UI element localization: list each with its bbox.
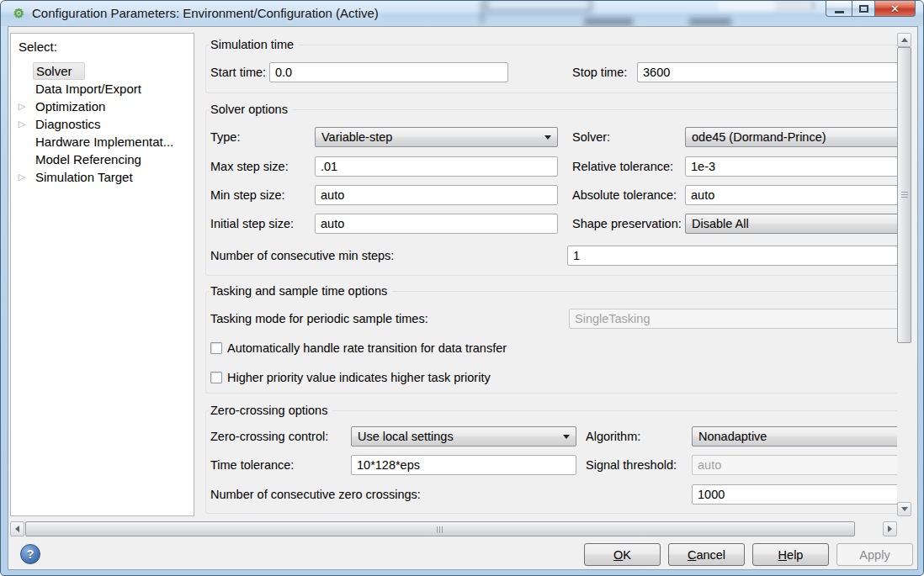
tree-item-label: Diagnostics xyxy=(35,115,101,133)
arrow-up-icon xyxy=(901,38,908,42)
sidebar-item-hardware-implementation[interactable]: Hardware Implementat... xyxy=(11,133,194,151)
solver-type-value: Variable-step xyxy=(321,130,392,144)
shape-preservation-label: Shape preservation: xyxy=(572,214,682,234)
start-time-label: Start time: xyxy=(210,62,266,82)
initial-step-size-input[interactable] xyxy=(315,214,558,234)
aero-glass-blur xyxy=(481,0,484,24)
sidebar-item-model-referencing[interactable]: Model Referencing xyxy=(11,151,194,168)
time-tolerance-input[interactable] xyxy=(351,455,576,475)
arrow-down-icon xyxy=(901,507,908,511)
algorithm-value: Nonadaptive xyxy=(698,430,767,443)
higher-priority-checkbox[interactable] xyxy=(210,372,222,383)
tasking-mode-label: Tasking mode for periodic sample times: xyxy=(210,309,428,329)
relative-tolerance-label: Relative tolerance: xyxy=(572,156,673,177)
titlebar: ⚙ Configuration Parameters: Environment/… xyxy=(1,1,923,26)
expand-arrow-icon[interactable]: ▷ xyxy=(16,115,28,133)
scroll-down-button[interactable] xyxy=(897,502,911,516)
window-title: Configuration Parameters: Environment/Co… xyxy=(32,6,379,21)
relative-tolerance-input[interactable] xyxy=(685,156,904,177)
consecutive-zero-crossings-input[interactable] xyxy=(692,484,904,505)
cancel-button[interactable]: Cancel xyxy=(668,543,745,566)
ok-button[interactable]: OK xyxy=(584,543,661,566)
solver-settings-panel: Simulation time Start time: Stop time: S… xyxy=(204,33,904,516)
aero-glass-blur xyxy=(689,18,731,26)
shape-preservation-value: Disable All xyxy=(692,217,749,230)
configuration-parameters-dialog: ⚙ Configuration Parameters: Environment/… xyxy=(0,0,924,576)
higher-priority-label[interactable]: Higher priority value indicates higher t… xyxy=(227,371,491,384)
sidebar-item-diagnostics[interactable]: ▷ Diagnostics xyxy=(11,115,194,133)
initial-step-size-label: Initial step size: xyxy=(210,214,294,234)
vertical-scrollbar-thumb[interactable] xyxy=(897,47,911,343)
sidebar-item-optimization[interactable]: ▷ Optimization xyxy=(11,98,194,115)
min-step-size-input[interactable] xyxy=(315,185,558,205)
tree-item-label: Solver xyxy=(33,62,85,80)
solver-label: Solver: xyxy=(572,127,610,147)
start-time-input[interactable] xyxy=(269,62,508,82)
type-label: Type: xyxy=(210,127,240,147)
apply-button: Apply xyxy=(836,543,913,566)
arrow-right-icon xyxy=(888,526,892,532)
signal-threshold-input xyxy=(692,455,904,475)
solver-value: ode45 (Dormand-Prince) xyxy=(692,130,826,144)
sidebar-item-solver[interactable]: Solver xyxy=(11,62,194,80)
tree-item-label: Simulation Target xyxy=(35,168,133,186)
expand-arrow-icon[interactable]: ▷ xyxy=(16,98,28,115)
sidebar-item-simulation-target[interactable]: ▷ Simulation Target xyxy=(11,168,194,186)
min-step-size-label: Min step size: xyxy=(210,185,285,205)
window-controls: ✕ xyxy=(826,1,916,17)
tree-item-label: Model Referencing xyxy=(35,151,141,168)
dialog-content: Select: Solver Data Import/Export ▷ Opti… xyxy=(8,26,918,570)
time-tolerance-label: Time tolerance: xyxy=(210,455,294,475)
aero-glass-blur xyxy=(775,3,814,8)
help-button[interactable]: Help xyxy=(752,543,829,566)
chevron-down-icon xyxy=(563,435,570,439)
solver-type-dropdown[interactable]: Variable-step xyxy=(315,127,558,147)
auto-rate-transition-label[interactable]: Automatically handle rate transition for… xyxy=(227,341,507,355)
shape-preservation-dropdown[interactable]: Disable All xyxy=(685,214,904,234)
tasking-mode-input xyxy=(569,309,904,329)
algorithm-dropdown[interactable]: Nonadaptive xyxy=(692,426,904,447)
max-step-size-input[interactable] xyxy=(315,156,558,177)
minimize-button[interactable] xyxy=(826,1,852,17)
sidebar-item-data-import-export[interactable]: Data Import/Export xyxy=(11,80,194,98)
scroll-left-button[interactable] xyxy=(10,521,24,536)
consecutive-min-steps-input[interactable] xyxy=(567,246,904,266)
scroll-up-button[interactable] xyxy=(897,33,911,47)
maximize-button[interactable] xyxy=(852,1,875,17)
tree-item-label: Data Import/Export xyxy=(35,80,141,98)
auto-rate-transition-checkbox[interactable] xyxy=(210,342,222,354)
tasking-options-title: Tasking and sample time options xyxy=(210,284,392,298)
scroll-right-button[interactable] xyxy=(883,521,897,536)
dialog-buttons: OK Cancel Help Apply xyxy=(584,543,913,566)
category-tree-panel: Select: Solver Data Import/Export ▷ Opti… xyxy=(10,33,194,516)
help-icon[interactable]: ? xyxy=(20,544,40,564)
consecutive-zero-crossings-label: Number of consecutive zero crossings: xyxy=(210,484,421,505)
maximize-icon xyxy=(859,5,868,13)
aero-glass-blur xyxy=(584,18,633,26)
solver-dropdown[interactable]: ode45 (Dormand-Prince) xyxy=(685,127,904,147)
signal-threshold-label: Signal threshold: xyxy=(586,455,677,475)
close-icon: ✕ xyxy=(890,2,900,16)
tree-item-label: Hardware Implementat... xyxy=(35,133,173,151)
simulation-time-title: Simulation time xyxy=(210,38,299,51)
zero-crossing-title: Zero-crossing options xyxy=(210,404,332,417)
config-gear-icon: ⚙ xyxy=(12,6,26,20)
expand-arrow-icon[interactable]: ▷ xyxy=(16,168,28,186)
minimize-icon xyxy=(835,11,844,13)
absolute-tolerance-label: Absolute tolerance: xyxy=(572,185,677,205)
scrollbar-grip-icon xyxy=(437,526,443,533)
stop-time-input[interactable] xyxy=(637,62,904,82)
horizontal-scrollbar[interactable] xyxy=(10,521,897,536)
tree-header: Select: xyxy=(19,40,57,54)
vertical-scrollbar[interactable] xyxy=(897,33,911,516)
arrow-left-icon xyxy=(15,526,19,532)
close-button[interactable]: ✕ xyxy=(875,1,916,17)
zero-crossing-control-dropdown[interactable]: Use local settings xyxy=(351,426,576,447)
aero-glass-blur xyxy=(485,0,592,13)
horizontal-scrollbar-thumb[interactable] xyxy=(25,521,855,536)
consecutive-min-steps-label: Number of consecutive min steps: xyxy=(210,246,394,266)
aero-glass-blur xyxy=(718,1,812,10)
absolute-tolerance-input[interactable] xyxy=(685,185,904,205)
chevron-down-icon xyxy=(544,135,551,140)
zero-crossing-control-label: Zero-crossing control: xyxy=(210,426,328,447)
